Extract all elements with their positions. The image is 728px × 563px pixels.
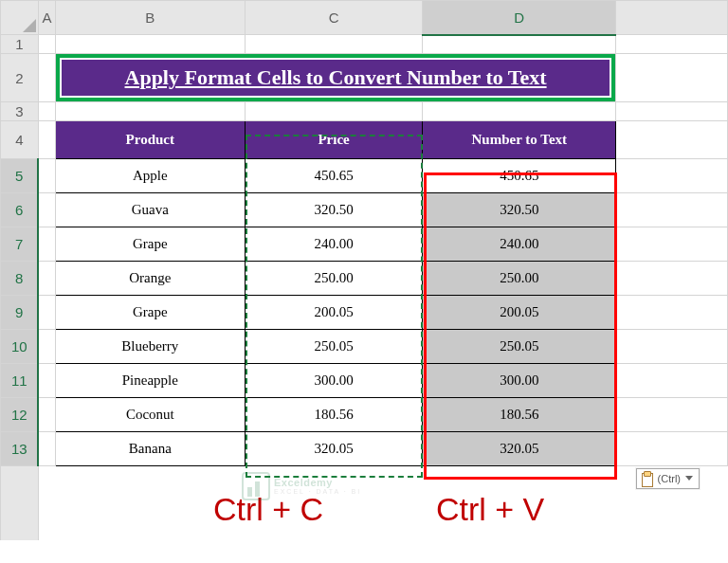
cell-product[interactable]: Grape — [55, 296, 245, 330]
watermark-chart-icon — [242, 472, 270, 500]
cell-n2t[interactable]: 320.05 — [423, 432, 616, 466]
col-header-B[interactable]: B — [55, 1, 245, 35]
paste-options-button[interactable]: (Ctrl) — [636, 468, 700, 489]
chevron-down-icon — [685, 476, 693, 481]
cell-price[interactable]: 180.56 — [245, 398, 423, 432]
title-banner: Apply Format Cells to Convert Number to … — [55, 54, 615, 102]
header-price: Price — [245, 121, 423, 159]
paste-shortcut-label: Ctrl + V — [436, 491, 544, 528]
cell-price[interactable]: 320.50 — [245, 193, 423, 227]
row-header[interactable]: 13 — [1, 432, 39, 466]
row-header[interactable]: 8 — [1, 262, 39, 296]
row-header[interactable]: 2 — [1, 54, 39, 102]
cell-n2t[interactable]: 240.00 — [423, 227, 616, 262]
cell-n2t[interactable]: 250.05 — [423, 330, 616, 364]
row-header[interactable]: 11 — [1, 364, 39, 398]
row-header[interactable]: 3 — [1, 102, 39, 121]
spreadsheet-grid[interactable]: A B C D 1 2 Apply Format Cells to Conver… — [0, 0, 728, 540]
cell-price[interactable]: 250.05 — [245, 330, 423, 364]
row-header[interactable]: 5 — [1, 159, 39, 193]
header-product: Product — [55, 121, 245, 159]
cell-n2t[interactable]: 250.00 — [423, 262, 616, 296]
cell-product[interactable]: Pineapple — [55, 364, 245, 398]
cell-product[interactable]: Blueberry — [55, 330, 245, 364]
row-header[interactable] — [1, 466, 39, 540]
cell-price[interactable]: 300.00 — [245, 364, 423, 398]
cell-price[interactable]: 200.05 — [245, 296, 423, 330]
cell-price[interactable]: 450.65 — [245, 159, 423, 193]
col-header-A[interactable]: A — [38, 1, 55, 35]
cell-n2t[interactable]: 180.56 — [423, 398, 616, 432]
cell-product[interactable]: Coconut — [55, 398, 245, 432]
cell-n2t[interactable]: 300.00 — [423, 364, 616, 398]
row-header[interactable]: 6 — [1, 193, 39, 227]
row-header[interactable]: 1 — [1, 35, 39, 54]
cell-product[interactable]: Guava — [55, 193, 245, 227]
cell-price[interactable]: 240.00 — [245, 227, 423, 262]
cell-product[interactable]: Apple — [55, 159, 245, 193]
cell-product[interactable]: Grape — [55, 227, 245, 262]
header-number-to-text: Number to Text — [423, 121, 616, 159]
cell-price[interactable]: 320.05 — [245, 432, 423, 466]
watermark: Exceldemy EXCEL · DATA · BI — [242, 472, 361, 500]
watermark-brand: Exceldemy — [274, 477, 333, 488]
cell-n2t[interactable]: 320.50 — [423, 193, 616, 227]
cell-price[interactable]: 250.00 — [245, 262, 423, 296]
paste-options-label: (Ctrl) — [658, 473, 681, 484]
clipboard-icon — [641, 471, 654, 486]
cell-product[interactable]: Orange — [55, 262, 245, 296]
row-header[interactable]: 9 — [1, 296, 39, 330]
cell-product[interactable]: Banana — [55, 432, 245, 466]
page-title: Apply Format Cells to Convert Number to … — [60, 58, 611, 98]
col-header-C[interactable]: C — [245, 1, 423, 35]
col-header-blank[interactable] — [616, 1, 728, 35]
row-header[interactable]: 4 — [1, 121, 39, 159]
select-all-corner[interactable] — [1, 1, 39, 35]
cell-n2t[interactable]: 200.05 — [423, 296, 616, 330]
row-header[interactable]: 12 — [1, 398, 39, 432]
row-header[interactable]: 10 — [1, 330, 39, 364]
cell-n2t[interactable]: 450.65 — [423, 159, 616, 193]
watermark-tagline: EXCEL · DATA · BI — [274, 488, 361, 495]
col-header-D[interactable]: D — [423, 1, 616, 35]
row-header[interactable]: 7 — [1, 227, 39, 262]
